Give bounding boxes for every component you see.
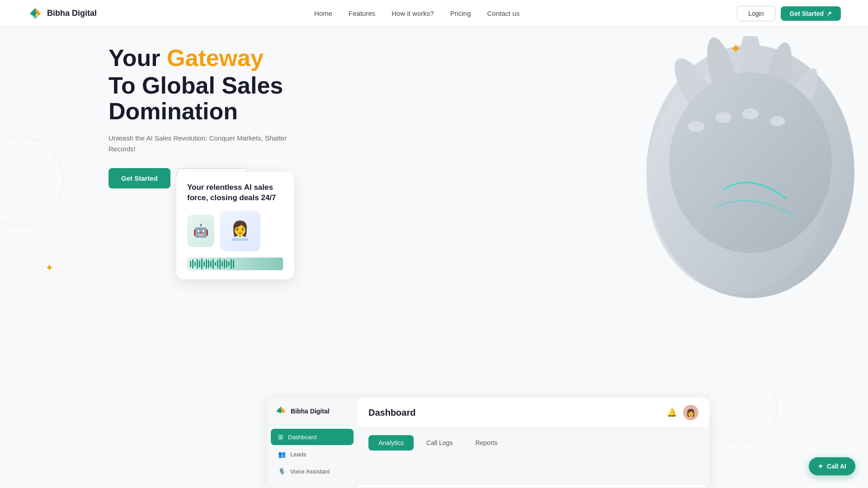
dashboard-header: Dashboard 🔔 👩 xyxy=(358,398,709,428)
dashboard-preview-container: Bibha Digital ⊞ Dashboard 👥 Leads 🎙️ Voi… xyxy=(108,379,868,488)
svg-point-9 xyxy=(776,64,825,135)
nav-link-how-it-works[interactable]: How it works? xyxy=(392,9,434,17)
dashboard-title: Dashboard xyxy=(368,408,415,418)
sidebar-item-leads-label: Leads xyxy=(290,451,306,458)
sidebar-logo: Bibha Digital xyxy=(267,405,357,425)
dashboard-sidebar: Bibha Digital ⊞ Dashboard 👥 Leads 🎙️ Voi… xyxy=(267,398,358,488)
svg-point-3 xyxy=(646,45,854,298)
hero-card: Your relentless AI sales force, closing … xyxy=(176,172,294,279)
tab-call-logs[interactable]: Call Logs xyxy=(416,435,462,450)
sidebar-logo-text: Bibha Digital xyxy=(291,408,330,415)
hero-description: Unleash the AI Sales Revolution: Conquer… xyxy=(108,133,298,155)
star-decoration-top: ✦ xyxy=(730,41,741,56)
nav-actions: Login Get Started ↗ xyxy=(737,6,841,21)
svg-marker-16 xyxy=(281,407,285,413)
arrow-icon: ↗ xyxy=(826,10,832,17)
nav-links: Home Features How it works? Pricing Cont… xyxy=(314,9,519,17)
svg-point-13 xyxy=(742,108,759,119)
dashboard-tabs: Analytics Call Logs Reports xyxy=(358,428,709,458)
robot-icon-placeholder: 🤖 xyxy=(187,215,214,247)
waveform-visual xyxy=(187,258,283,270)
svg-marker-1 xyxy=(35,8,41,16)
svg-point-12 xyxy=(715,112,731,123)
hero-card-title: Your relentless AI sales force, closing … xyxy=(187,183,283,203)
nav-link-home[interactable]: Home xyxy=(314,9,332,17)
svg-point-11 xyxy=(688,121,704,132)
svg-point-8 xyxy=(758,40,797,123)
nav-link-pricing[interactable]: Pricing xyxy=(450,9,471,17)
sidebar-item-dashboard[interactable]: ⊞ Dashboard xyxy=(271,429,354,445)
robot-hand-visual xyxy=(606,36,868,307)
navbar: Bibha Digital Home Features How it works… xyxy=(0,0,868,27)
svg-marker-2 xyxy=(30,14,38,19)
notification-bell-icon[interactable]: 🔔 xyxy=(667,408,677,418)
dashboard-main: Dashboard 🔔 👩 Analytics Call Logs Report… xyxy=(358,398,709,488)
hero-title-line2: To Global Sales Domination xyxy=(108,73,362,124)
tab-reports[interactable]: Reports xyxy=(465,435,507,450)
hero-title-line1: Your Gateway xyxy=(108,45,362,71)
sidebar-item-dashboard-label: Dashboard xyxy=(288,434,317,441)
leads-icon: 👥 xyxy=(278,450,286,458)
svg-point-10 xyxy=(669,72,832,253)
sidebar-item-voice-assistant[interactable]: 🎙️ Voice Assistant xyxy=(271,463,354,479)
nav-link-contact[interactable]: Contact us xyxy=(487,9,520,17)
svg-point-4 xyxy=(646,68,827,294)
nav-link-features[interactable]: Features xyxy=(349,9,375,17)
sidebar-item-voice-label: Voice Assistant xyxy=(290,468,330,475)
tab-analytics[interactable]: Analytics xyxy=(368,435,414,450)
call-ai-icon: ✦ xyxy=(818,463,823,470)
login-button[interactable]: Login xyxy=(737,6,775,21)
star-decoration-left: ✦ xyxy=(45,262,53,274)
nav-logo: Bibha Digital xyxy=(27,5,97,22)
hero-section: ✦ ✦ Your Gateway To Global Sales Dominat… xyxy=(0,0,868,488)
get-started-nav-button[interactable]: Get Started ↗ xyxy=(781,6,841,21)
sidebar-item-leads[interactable]: 👥 Leads xyxy=(271,446,354,462)
svg-point-7 xyxy=(738,36,763,115)
call-ai-label: Call AI xyxy=(827,463,846,470)
voice-assistant-icon: 🎙️ xyxy=(278,468,286,475)
agent-icon-placeholder: 👩‍💼 xyxy=(220,211,260,251)
svg-point-5 xyxy=(666,52,726,129)
hero-title-accent: Gateway xyxy=(167,45,264,71)
dashboard-preview: Bibha Digital ⊞ Dashboard 👥 Leads 🎙️ Voi… xyxy=(267,397,710,488)
decorative-circle-left xyxy=(0,136,63,226)
logo-icon xyxy=(27,5,43,22)
hero-content: Your Gateway To Global Sales Domination … xyxy=(108,45,362,188)
dashboard-inner: Bibha Digital ⊞ Dashboard 👥 Leads 🎙️ Voi… xyxy=(267,398,709,488)
user-avatar[interactable]: 👩 xyxy=(683,405,698,420)
dashboard-header-actions: 🔔 👩 xyxy=(667,405,698,420)
dashboard-content-area xyxy=(358,458,709,485)
nav-logo-text: Bibha Digital xyxy=(47,9,97,18)
call-ai-button[interactable]: ✦ Call AI xyxy=(809,457,855,475)
dashboard-icon: ⊞ xyxy=(278,433,283,441)
hero-card-content: 🤖 👩‍💼 xyxy=(187,211,283,251)
svg-point-14 xyxy=(770,116,785,126)
sidebar-logo-icon xyxy=(274,405,287,418)
hero-get-started-button[interactable]: Get Started xyxy=(108,168,170,188)
